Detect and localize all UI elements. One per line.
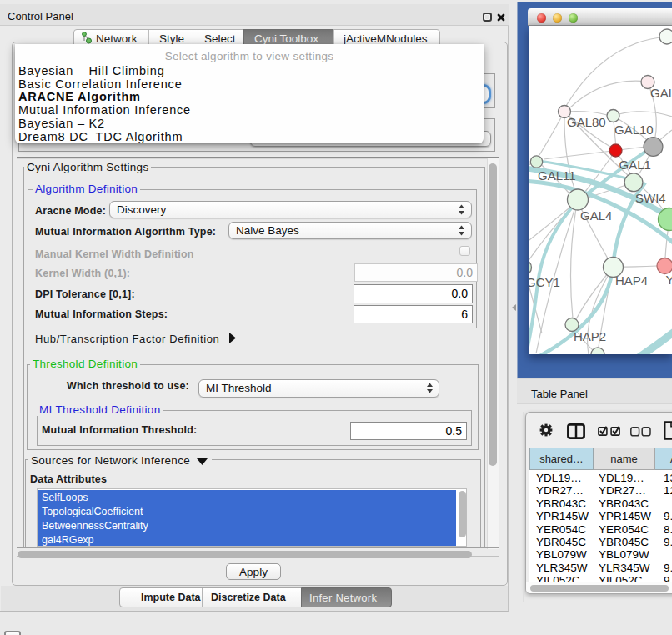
svg-text:HAP2: HAP2 bbox=[574, 329, 606, 343]
svg-text:HAP4: HAP4 bbox=[615, 273, 648, 288]
svg-text:GAL11: GAL11 bbox=[538, 168, 576, 182]
svg-text:GAL10: GAL10 bbox=[614, 122, 654, 137]
svg-text:GAL7: GAL7 bbox=[650, 86, 672, 100]
svg-text:GAL80: GAL80 bbox=[567, 115, 606, 129]
svg-text:GAL4: GAL4 bbox=[580, 208, 612, 222]
svg-text:YM: YM bbox=[666, 272, 672, 287]
svg-text:SWI4: SWI4 bbox=[635, 191, 666, 205]
svg-text:GCY1: GCY1 bbox=[529, 275, 560, 289]
svg-text:GAL1: GAL1 bbox=[619, 158, 651, 172]
